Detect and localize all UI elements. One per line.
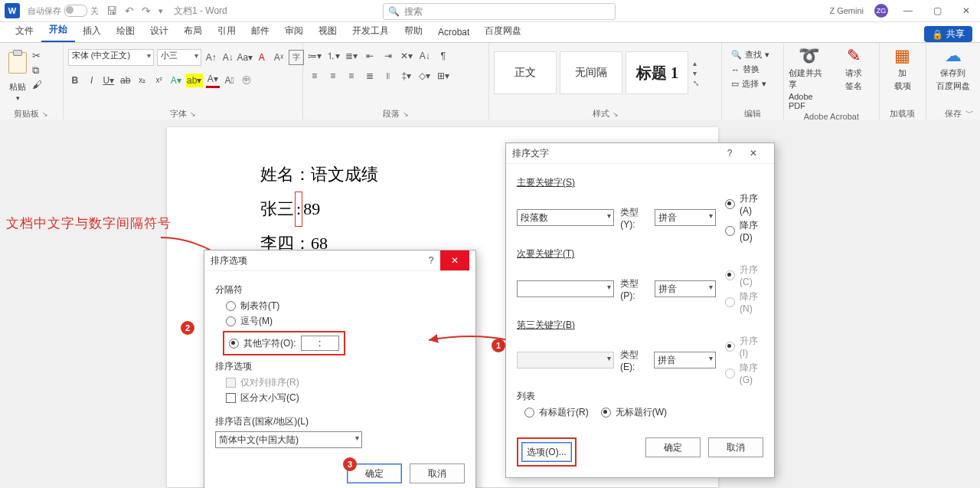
sort-language-combo[interactable]: 简体中文(中国大陆) <box>215 431 362 448</box>
subscript-icon[interactable]: x₂ <box>136 74 149 87</box>
user-name[interactable]: Z Gemini <box>829 6 864 15</box>
cut-icon[interactable]: ✂ <box>32 51 42 61</box>
format-painter-icon[interactable]: 🖌 <box>32 80 42 90</box>
select-button[interactable]: ▭ 选择 ▾ <box>731 78 769 90</box>
tab-mailings[interactable]: 邮件 <box>243 21 277 42</box>
tab-design[interactable]: 设计 <box>142 21 176 42</box>
highlight-icon[interactable]: ab▾ <box>186 74 203 87</box>
multilevel-icon[interactable]: ≣▾ <box>345 49 358 63</box>
addins-button[interactable]: ▦加载项 <box>884 46 921 92</box>
document-text[interactable]: 姓名：语文成绩 张三:89 李四：68 <box>260 158 378 260</box>
styles-more-icon[interactable]: ⤡ <box>693 79 699 87</box>
text-effects-icon[interactable]: A▾ <box>169 74 183 87</box>
sort-cancel-button[interactable]: 取消 <box>708 437 763 457</box>
collapse-ribbon-icon[interactable]: ﹀ <box>965 107 974 119</box>
tab-developer[interactable]: 开发工具 <box>345 21 397 42</box>
show-marks-icon[interactable]: ¶ <box>436 49 450 63</box>
font-name-combo[interactable]: 宋体 (中文正文) <box>68 49 154 66</box>
replace-button[interactable]: ↔ 替换 <box>731 64 769 75</box>
style-normal[interactable]: 正文 <box>494 51 557 94</box>
key1-field-combo[interactable]: 段落数 <box>517 209 614 226</box>
dialog-help-button[interactable]: ? <box>720 148 739 159</box>
key3-desc-radio[interactable]: 降序(G) <box>725 362 763 385</box>
align-left-icon[interactable]: ≡ <box>308 69 322 83</box>
char-shading-icon[interactable]: A⃞ <box>223 74 237 87</box>
tab-file[interactable]: 文件 <box>8 21 41 42</box>
create-pdf-button[interactable]: ➰创建并共享Adobe PDF <box>789 46 829 110</box>
autosave-toggle[interactable]: 自动保存 关 <box>28 5 99 17</box>
no-header-row-radio[interactable]: 无标题行(W) <box>601 406 667 419</box>
borders-icon[interactable]: ⊞▾ <box>436 69 450 83</box>
sort-ok-button[interactable]: 确定 <box>645 437 701 457</box>
align-center-icon[interactable]: ≡ <box>326 69 340 83</box>
key2-asc-radio[interactable]: 升序(C) <box>725 264 763 287</box>
line-spacing-icon[interactable]: ‡▾ <box>400 69 413 83</box>
minimize-button[interactable]: — <box>899 5 917 16</box>
styles-up-icon[interactable]: ▴ <box>693 59 699 67</box>
font-size-combo[interactable]: 小三 <box>157 49 201 66</box>
shading-icon[interactable]: ◇▾ <box>418 69 432 83</box>
tab-baidu[interactable]: 百度网盘 <box>477 21 529 42</box>
clear-format-icon[interactable]: Aᵡ <box>272 51 286 64</box>
radio-comma[interactable]: 逗号(M) <box>226 315 465 328</box>
key1-type-combo[interactable]: 拼音 <box>655 209 717 226</box>
distributed-icon[interactable]: ⫴ <box>381 69 395 83</box>
shrink-font-icon[interactable]: A↓ <box>221 51 235 64</box>
tab-review[interactable]: 审阅 <box>277 21 311 42</box>
superscript-icon[interactable]: x² <box>152 74 166 87</box>
sort-options-button[interactable]: 选项(O)... <box>521 442 572 462</box>
maximize-button[interactable]: ▢ <box>928 5 946 16</box>
decrease-indent-icon[interactable]: ⇤ <box>363 49 377 63</box>
tab-layout[interactable]: 布局 <box>176 21 210 42</box>
underline-icon[interactable]: U▾ <box>102 74 116 87</box>
check-case-sensitive[interactable]: 区分大小写(C) <box>226 391 465 404</box>
tab-insert[interactable]: 插入 <box>75 21 109 42</box>
dialog-launcher-icon[interactable]: ↘ <box>612 110 619 118</box>
sort-icon[interactable]: A↓ <box>418 49 432 63</box>
bold-icon[interactable]: B <box>68 74 82 87</box>
header-row-radio[interactable]: 有标题行(R) <box>524 406 589 419</box>
char-border-icon[interactable]: ㊥ <box>240 74 253 87</box>
asian-layout-icon[interactable]: ✕▾ <box>400 49 413 63</box>
search-box[interactable]: 🔍 搜索 <box>383 3 616 20</box>
styles-down-icon[interactable]: ▾ <box>693 69 699 77</box>
style-nospacing[interactable]: 无间隔 <box>560 51 622 94</box>
dialog-titlebar[interactable]: 排序选项 ? ✕ <box>204 251 475 271</box>
tab-home[interactable]: 开始 <box>41 20 75 42</box>
phonetic-guide-icon[interactable]: A <box>255 51 269 64</box>
key3-field-combo[interactable] <box>517 352 614 368</box>
grow-font-icon[interactable]: A↑ <box>204 51 218 64</box>
key3-asc-radio[interactable]: 升序(I) <box>725 335 763 359</box>
options-cancel-button[interactable]: 取消 <box>410 463 465 483</box>
request-signature-button[interactable]: ✎请求签名 <box>834 46 874 92</box>
key1-desc-radio[interactable]: 降序(D) <box>725 219 763 243</box>
other-char-input[interactable] <box>301 336 339 351</box>
toggle-switch-icon[interactable] <box>64 5 87 17</box>
dialog-launcher-icon[interactable]: ↘ <box>190 110 196 118</box>
align-right-icon[interactable]: ≡ <box>345 69 358 83</box>
strikethrough-icon[interactable]: ab <box>119 74 132 87</box>
key2-type-combo[interactable]: 拼音 <box>655 280 717 297</box>
dialog-launcher-icon[interactable]: ↘ <box>42 110 48 118</box>
key1-asc-radio[interactable]: 升序(A) <box>725 192 763 216</box>
copy-icon[interactable]: ⧉ <box>32 65 42 75</box>
change-case-icon[interactable]: Aa▾ <box>238 51 252 64</box>
key2-field-combo[interactable] <box>517 280 614 297</box>
bullets-icon[interactable]: ≔▾ <box>308 49 322 63</box>
dialog-launcher-icon[interactable]: ↘ <box>403 110 409 118</box>
radio-tab[interactable]: 制表符(T) <box>226 300 465 313</box>
save-baidu-button[interactable]: ☁保存到百度网盘 <box>933 46 974 92</box>
key2-desc-radio[interactable]: 降序(N) <box>725 290 763 314</box>
redo-icon[interactable]: ↷ <box>142 5 151 17</box>
font-color-icon[interactable]: A▾ <box>206 72 220 88</box>
key3-type-combo[interactable]: 拼音 <box>654 352 715 368</box>
tab-draw[interactable]: 绘图 <box>109 21 142 42</box>
dialog-close-button[interactable]: ✕ <box>440 251 469 270</box>
tab-references[interactable]: 引用 <box>210 21 243 42</box>
dialog-close-button[interactable]: ✕ <box>739 143 768 163</box>
italic-icon[interactable]: I <box>85 74 99 87</box>
find-button[interactable]: 🔍 查找 ▾ <box>731 49 769 61</box>
user-avatar[interactable]: ZG <box>874 4 888 18</box>
increase-indent-icon[interactable]: ⇥ <box>381 49 395 63</box>
numbering-icon[interactable]: ⒈▾ <box>326 49 340 63</box>
